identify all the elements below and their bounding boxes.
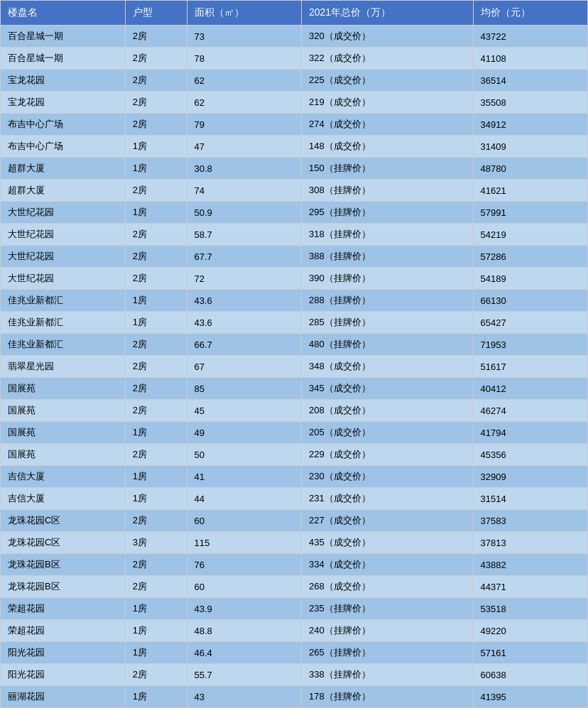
table-cell: 44: [187, 488, 301, 510]
table-cell: 480（挂牌价）: [301, 334, 473, 356]
table-cell: 百合星城一期: [1, 48, 126, 70]
table-cell: 229（成交价）: [301, 444, 473, 466]
table-cell: 大世纪花园: [1, 268, 126, 290]
table-cell: 348（成交价）: [301, 356, 473, 378]
table-cell: 国展苑: [1, 378, 126, 400]
table-row: 宝龙花园2房62225（成交价）36514: [1, 70, 588, 92]
table-cell: 国展苑: [1, 422, 126, 444]
table-cell: 53518: [473, 598, 587, 620]
table-cell: 37813: [473, 532, 587, 554]
property-table: 楼盘名 户型 面积（㎡） 2021年总价（万） 均价（元） 百合星城一期2房73…: [0, 0, 588, 708]
table-cell: 大世纪花园: [1, 224, 126, 246]
table-cell: 宝龙花园: [1, 70, 126, 92]
table-cell: 2房: [125, 554, 187, 576]
table-cell: 龙珠花园C区: [1, 510, 126, 532]
table-row: 佳兆业新都汇2房66.7480（挂牌价）71953: [1, 334, 588, 356]
table-cell: 龙珠花园B区: [1, 576, 126, 598]
table-cell: 2房: [125, 48, 187, 70]
table-cell: 51617: [473, 356, 587, 378]
table-cell: 62: [187, 70, 301, 92]
table-cell: 2房: [125, 70, 187, 92]
table-cell: 57991: [473, 202, 587, 224]
table-cell: 44371: [473, 576, 587, 598]
table-cell: 60: [187, 510, 301, 532]
table-cell: 49220: [473, 620, 587, 642]
table-cell: 43.6: [187, 312, 301, 334]
table-cell: 1房: [125, 158, 187, 180]
table-cell: 1房: [125, 136, 187, 158]
table-cell: 2房: [125, 576, 187, 598]
table-cell: 大世纪花园: [1, 202, 126, 224]
table-row: 荣超花园1房43.9235（挂牌价）53518: [1, 598, 588, 620]
table-row: 佳兆业新都汇1房43.6285（挂牌价）65427: [1, 312, 588, 334]
table-cell: 2房: [125, 26, 187, 48]
table-cell: 31409: [473, 136, 587, 158]
table-row: 超群大厦1房30.8150（挂牌价）48780: [1, 158, 588, 180]
table-cell: 2房: [125, 224, 187, 246]
table-cell: 布吉中心广场: [1, 114, 126, 136]
table-cell: 219（成交价）: [301, 92, 473, 114]
table-cell: 390（挂牌价）: [301, 268, 473, 290]
table-cell: 吉信大厦: [1, 488, 126, 510]
table-cell: 1房: [125, 202, 187, 224]
table-cell: 1房: [125, 488, 187, 510]
table-cell: 1房: [125, 598, 187, 620]
table-cell: 79: [187, 114, 301, 136]
table-cell: 74: [187, 180, 301, 202]
table-cell: 37583: [473, 510, 587, 532]
table-cell: 45: [187, 400, 301, 422]
table-row: 大世纪花园2房67.7388（挂牌价）57286: [1, 246, 588, 268]
table-row: 百合星城一期2房73320（成交价）43722: [1, 26, 588, 48]
table-row: 大世纪花园2房58.7318（挂牌价）54219: [1, 224, 588, 246]
table-cell: 46274: [473, 400, 587, 422]
table-cell: 308（挂牌价）: [301, 180, 473, 202]
table-cell: 227（成交价）: [301, 510, 473, 532]
table-body: 百合星城一期2房73320（成交价）43722百合星城一期2房78322（成交价…: [1, 26, 588, 709]
table-cell: 318（挂牌价）: [301, 224, 473, 246]
table-cell: 388（挂牌价）: [301, 246, 473, 268]
table-row: 龙珠花园B区2房60268（成交价）44371: [1, 576, 588, 598]
table-cell: 43722: [473, 26, 587, 48]
table-cell: 2房: [125, 378, 187, 400]
table-cell: 1房: [125, 312, 187, 334]
table-row: 吉信大厦1房44231（成交价）31514: [1, 488, 588, 510]
table-cell: 1房: [125, 642, 187, 664]
table-cell: 48.8: [187, 620, 301, 642]
table-cell: 超群大厦: [1, 180, 126, 202]
table-cell: 1房: [125, 686, 187, 708]
table-cell: 36514: [473, 70, 587, 92]
table-row: 超群大厦2房74308（挂牌价）41621: [1, 180, 588, 202]
table-cell: 62: [187, 92, 301, 114]
table-cell: 30.8: [187, 158, 301, 180]
table-cell: 85: [187, 378, 301, 400]
table-cell: 60: [187, 576, 301, 598]
table-cell: 31514: [473, 488, 587, 510]
table-cell: 54189: [473, 268, 587, 290]
table-cell: 45356: [473, 444, 587, 466]
table-row: 百合星城一期2房78322（成交价）41108: [1, 48, 588, 70]
table-cell: 150（挂牌价）: [301, 158, 473, 180]
table-cell: 翡翠星光园: [1, 356, 126, 378]
table-cell: 78: [187, 48, 301, 70]
table-cell: 2房: [125, 356, 187, 378]
table-cell: 274（成交价）: [301, 114, 473, 136]
table-cell: 334（成交价）: [301, 554, 473, 576]
table-cell: 72: [187, 268, 301, 290]
table-cell: 67: [187, 356, 301, 378]
table-row: 佳兆业新都汇1房43.6288（挂牌价）66130: [1, 290, 588, 312]
table-cell: 265（挂牌价）: [301, 642, 473, 664]
table-cell: 1房: [125, 290, 187, 312]
table-row: 大世纪花园1房50.9295（挂牌价）57991: [1, 202, 588, 224]
table-row: 龙珠花园C区3房115435（成交价）37813: [1, 532, 588, 554]
table-cell: 佳兆业新都汇: [1, 334, 126, 356]
table-cell: 66130: [473, 290, 587, 312]
table-cell: 41621: [473, 180, 587, 202]
table-cell: 超群大厦: [1, 158, 126, 180]
table-cell: 268（成交价）: [301, 576, 473, 598]
table-cell: 41395: [473, 686, 587, 708]
table-cell: 43.6: [187, 290, 301, 312]
table-row: 国展苑2房45208（成交价）46274: [1, 400, 588, 422]
table-cell: 322（成交价）: [301, 48, 473, 70]
table-cell: 55.7: [187, 664, 301, 686]
col-header-name: 楼盘名: [1, 1, 126, 26]
